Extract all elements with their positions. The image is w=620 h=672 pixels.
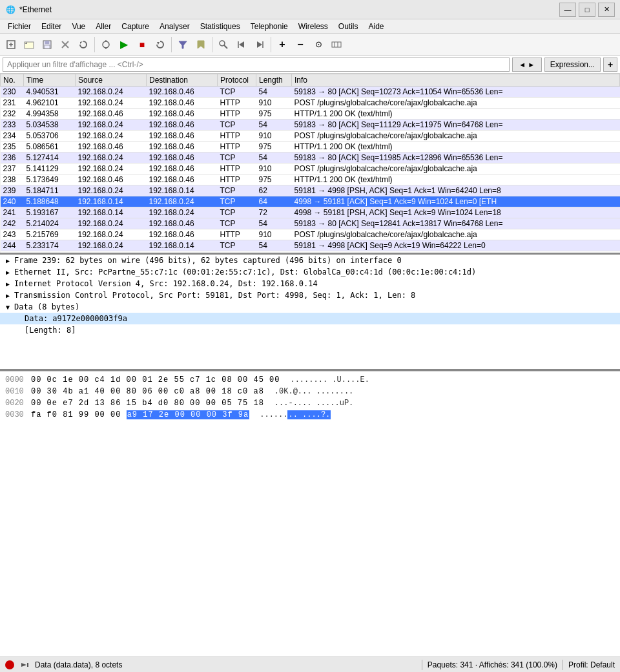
window-title: *Ethernet (19, 5, 52, 14)
status-divider-1 (422, 660, 422, 670)
col-header-protocol[interactable]: Protocol (218, 74, 256, 87)
display-filter-bookmark[interactable] (192, 36, 209, 53)
save-button[interactable] (39, 36, 56, 53)
hex-dump-panel: 0000 00 0c 1e 00 c4 1d 00 01 2e 55 c7 1c… (0, 371, 620, 656)
table-row[interactable]: 2425.214024192.168.0.24192.168.0.46TCP54… (1, 218, 620, 229)
table-row[interactable]: 2365.127414192.168.0.24192.168.0.46TCP54… (1, 152, 620, 163)
col-header-length[interactable]: Length (256, 74, 292, 87)
table-row[interactable]: 2385.173649192.168.0.46192.168.0.46HTTP9… (1, 174, 620, 185)
stop-capture-button[interactable]: ■ (134, 36, 150, 53)
status-data-info: Data (data.data), 8 octets (35, 660, 417, 669)
data-length-expand-icon (14, 326, 22, 334)
open-button[interactable] (21, 36, 37, 53)
menu-wireless[interactable]: Wireless (293, 19, 333, 33)
filter-input[interactable] (3, 58, 510, 72)
expression-button[interactable]: Expression... (544, 58, 601, 72)
menu-outils[interactable]: Outils (333, 19, 364, 33)
menu-analyser[interactable]: Analyser (154, 19, 195, 33)
packet-table-header: No. Time Source Destination Protocol Len… (1, 74, 620, 87)
detail-data[interactable]: ▼ Data (8 bytes) (0, 301, 620, 313)
detail-ip-text: Internet Protocol Version 4, Src: 192.16… (14, 279, 318, 288)
menu-aller[interactable]: Aller (90, 19, 116, 33)
restart-button[interactable] (152, 36, 169, 53)
find-button[interactable] (215, 36, 232, 53)
table-row[interactable]: 2405.188648192.168.0.14192.168.0.24TCP64… (1, 196, 620, 207)
table-row[interactable]: 2445.233174192.168.0.24192.168.0.14TCP54… (1, 240, 620, 251)
title-bar: 🌐 *Ethernet — □ ✕ (0, 0, 620, 19)
menu-editer[interactable]: Editer (36, 19, 67, 33)
new-capture-button[interactable] (3, 36, 19, 53)
resize-columns-button[interactable] (328, 36, 345, 53)
zoom-out-button[interactable]: − (292, 36, 309, 53)
col-header-time[interactable]: Time (24, 74, 76, 87)
packet-details-panel: ▶ Frame 239: 62 bytes on wire (496 bits)… (0, 255, 620, 371)
add-filter-button[interactable]: + (603, 58, 617, 72)
detail-data-value-text: Data: a9172e0000003f9a (25, 314, 127, 323)
col-header-no[interactable]: No. (1, 74, 24, 87)
table-row[interactable]: 2314.962101192.168.0.24192.168.0.46HTTP9… (1, 98, 620, 109)
menu-statistiques[interactable]: Statistiques (195, 19, 245, 33)
status-packets-info: Paquets: 341 · Affichés: 341 (100.0%) (428, 660, 557, 669)
window-controls: — □ ✕ (559, 3, 615, 17)
detail-ip[interactable]: ▶ Internet Protocol Version 4, Src: 192.… (0, 278, 620, 289)
data-value-expand-icon (14, 315, 22, 322)
packet-list-scroll[interactable]: No. Time Source Destination Protocol Len… (0, 74, 620, 253)
reload-button[interactable] (75, 36, 92, 53)
col-header-info[interactable]: Info (292, 74, 620, 87)
packet-table-body: 2304.940531192.168.0.24192.168.0.46TCP54… (1, 87, 620, 253)
svg-marker-21 (257, 41, 262, 48)
recording-dot (5, 660, 14, 669)
maximize-button[interactable]: □ (579, 3, 595, 17)
capture-options-button[interactable] (98, 36, 114, 53)
svg-marker-10 (80, 41, 83, 44)
table-row[interactable]: 2415.193167192.168.0.14192.168.0.24TCP72… (1, 207, 620, 218)
capture-filter-button[interactable] (174, 36, 191, 53)
ethernet-expand-icon: ▶ (4, 268, 12, 276)
detail-ethernet[interactable]: ▶ Ethernet II, Src: PcPartne_55:c7:1c (0… (0, 266, 620, 278)
recording-icon (19, 660, 30, 670)
table-row[interactable]: 2375.141129192.168.0.24192.168.0.46HTTP9… (1, 163, 620, 174)
minimize-button[interactable]: — (559, 3, 576, 17)
hex-bytes-2: 00 0e e7 2d 13 86 15 b4 d0 80 00 00 05 7… (31, 397, 264, 409)
close-button[interactable]: ✕ (598, 3, 615, 17)
next-button[interactable] (251, 36, 268, 53)
hex-highlight-bytes: a9 17 2e 00 00 00 3f 9a (127, 410, 250, 419)
table-row[interactable]: 2395.184711192.168.0.24192.168.0.14TCP62… (1, 185, 620, 196)
hex-offset-2: 0020 (5, 397, 28, 409)
svg-rect-26 (27, 663, 28, 667)
prev-button[interactable] (233, 36, 250, 53)
filter-direction-button[interactable]: ◄ ► (512, 58, 542, 72)
col-header-destination[interactable]: Destination (147, 74, 218, 87)
detail-data-length[interactable]: [Length: 8] (0, 324, 620, 336)
menu-telephonie[interactable]: Telephonie (245, 19, 293, 33)
title-bar-left: 🌐 *Ethernet (5, 5, 52, 15)
table-row[interactable]: 2355.086561192.168.0.46192.168.0.46HTTP9… (1, 142, 620, 152)
detail-data-value[interactable]: Data: a9172e0000003f9a (0, 313, 620, 324)
toolbar-sep-2 (171, 37, 172, 52)
svg-rect-7 (45, 45, 50, 48)
detail-tcp[interactable]: ▶ Transmission Control Protocol, Src Por… (0, 289, 620, 301)
table-row[interactable]: 2335.034538192.168.0.24192.168.0.46TCP54… (1, 120, 620, 131)
hex-ascii-3: ........ ....?. (260, 409, 615, 421)
detail-frame[interactable]: ▶ Frame 239: 62 bytes on wire (496 bits)… (0, 255, 620, 266)
table-row[interactable]: 2324.994358192.168.0.46192.168.0.46HTTP9… (1, 109, 620, 120)
close-cap-button[interactable] (57, 36, 74, 53)
hex-bytes-1: 00 30 4b a1 40 00 80 06 00 c0 a8 00 18 c… (31, 386, 264, 397)
table-row[interactable]: 2435.215769192.168.0.24192.168.0.46HTTP9… (1, 229, 620, 240)
zoom-reset-button[interactable]: ⊙ (310, 36, 327, 53)
table-row[interactable]: 2455.248882192.168.0.46...HTTP975HTTP/1.… (1, 251, 620, 253)
col-header-source[interactable]: Source (76, 74, 147, 87)
tcp-expand-icon: ▶ (4, 291, 12, 299)
ip-expand-icon: ▶ (4, 280, 12, 288)
menu-fichier[interactable]: Fichier (3, 19, 36, 33)
start-capture-button[interactable]: ▶ (116, 36, 132, 53)
table-row[interactable]: 2304.940531192.168.0.24192.168.0.46TCP54… (1, 87, 620, 98)
zoom-in-button[interactable]: + (274, 36, 291, 53)
packet-list-container: No. Time Source Destination Protocol Len… (0, 74, 620, 255)
table-row[interactable]: 2345.053706192.168.0.24192.168.0.46HTTP9… (1, 131, 620, 142)
menu-capture[interactable]: Capture (116, 19, 154, 33)
menu-aide[interactable]: Aide (364, 19, 389, 33)
data-expand-icon: ▼ (4, 303, 12, 311)
menu-vue[interactable]: Vue (67, 19, 90, 33)
hex-ascii-2: ...-.... .....uP. (274, 397, 615, 409)
